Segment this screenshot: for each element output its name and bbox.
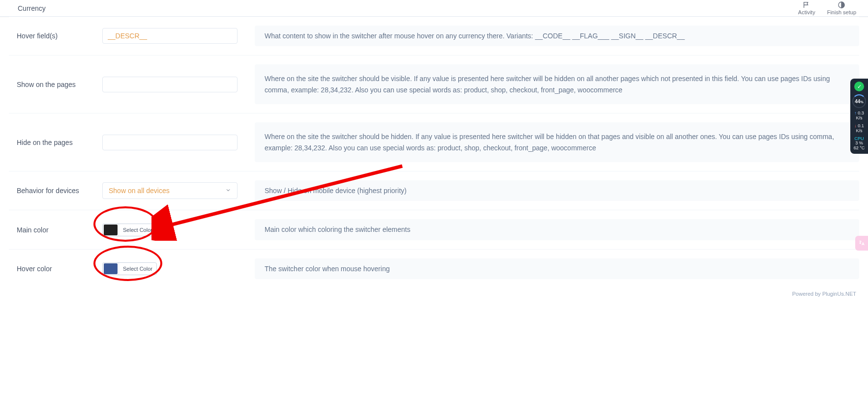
chevron-down-icon <box>225 187 231 195</box>
hide-pages-input[interactable] <box>102 135 238 150</box>
gauge: 44% <box>852 94 866 108</box>
hover-color-picker[interactable]: Select Color <box>102 262 157 275</box>
label-behavior: Behavior for devices <box>9 180 92 201</box>
row-show-pages: Show on the pages Where on the site the … <box>9 56 859 113</box>
desc-behavior: Show / Hide on mobile device (highest pr… <box>255 180 859 201</box>
desc-hide-pages: Where on the site the switcher should be… <box>255 122 859 162</box>
hover-color-button-label: Select Color <box>119 263 156 275</box>
flag-icon <box>803 1 810 9</box>
activity-label: Activity <box>798 9 815 15</box>
row-main-color: Main color Select Color Main color which… <box>9 210 859 249</box>
page-title: Currency <box>18 4 46 12</box>
system-monitor-widget[interactable]: ✓ 44% ↑ 0.3K/s ↓ 0.1K/s CPU 3 % 62 °C <box>850 79 868 154</box>
upload-stat: ↑ 0.3K/s <box>854 111 864 121</box>
show-pages-input[interactable] <box>102 77 238 92</box>
label-hover-fields: Hover field(s) <box>9 26 92 46</box>
hover-color-swatch <box>104 263 118 274</box>
label-hide-pages: Hide on the pages <box>9 122 92 162</box>
finish-setup-label: Finish setup <box>827 9 856 15</box>
main-color-picker[interactable]: Select Color <box>102 224 157 236</box>
row-hover-color: Hover color Select Color The switcher co… <box>9 250 859 288</box>
activity-button[interactable]: Activity <box>798 1 815 15</box>
row-hover-fields: Hover field(s) What content to show in t… <box>9 17 859 56</box>
footer: Powered by PluginUs.NET <box>0 288 868 299</box>
behavior-select[interactable]: Show on all devices <box>102 182 238 199</box>
desc-main-color: Main color which coloring the switcher e… <box>255 219 859 240</box>
desc-hover-color: The switcher color when mouse hovering <box>255 258 859 279</box>
desc-hover-fields: What content to show in the switcher aft… <box>255 26 859 46</box>
row-behavior: Behavior for devices Show on all devices… <box>9 171 859 210</box>
settings-panel: Hover field(s) What content to show in t… <box>9 17 859 288</box>
desc-show-pages: Where on the site the switcher should be… <box>255 64 859 104</box>
behavior-selected: Show on all devices <box>109 187 170 195</box>
download-stat: ↓ 0.1K/s <box>854 124 864 134</box>
top-bar: Currency Activity Finish setup <box>0 0 868 17</box>
check-icon: ✓ <box>854 82 864 91</box>
label-hover-color: Hover color <box>9 258 92 279</box>
cpu-stat: CPU 3 % 62 °C <box>854 137 865 151</box>
label-show-pages: Show on the pages <box>9 64 92 104</box>
topbar-actions: Activity Finish setup <box>798 1 856 15</box>
gauge-value: 44% <box>855 99 863 104</box>
label-main-color: Main color <box>9 219 92 240</box>
contrast-icon <box>838 1 845 9</box>
main-color-swatch <box>104 225 118 235</box>
translate-icon <box>858 240 865 247</box>
row-hide-pages: Hide on the pages Where on the site the … <box>9 113 859 171</box>
translate-tab[interactable] <box>855 236 868 251</box>
hover-fields-input[interactable] <box>102 28 238 44</box>
footer-text: Powered by PluginUs.NET <box>792 291 856 297</box>
finish-setup-button[interactable]: Finish setup <box>827 1 856 15</box>
main-color-button-label: Select Color <box>119 224 156 236</box>
